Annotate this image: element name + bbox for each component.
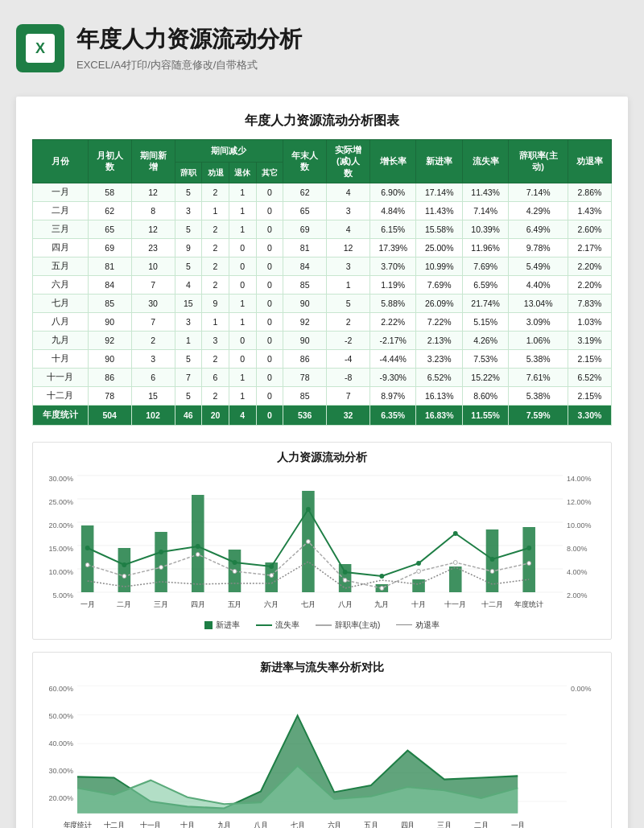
- svg-text:年度统计: 年度统计: [64, 821, 91, 828]
- table-cell: 90: [88, 349, 131, 368]
- col-new: 期间新增: [131, 140, 175, 183]
- col-decrease: 期间减少: [175, 140, 283, 163]
- table-row: 十二月781552108578.97%16.13%8.60%5.38%2.15%: [33, 386, 612, 405]
- table-cell: 2.15%: [568, 349, 612, 368]
- table-cell: 4: [327, 220, 370, 238]
- svg-text:八月: 八月: [338, 600, 353, 608]
- table-cell: 1: [229, 312, 256, 331]
- table-cell: 0: [256, 238, 283, 257]
- svg-rect-15: [192, 495, 204, 592]
- svg-point-40: [159, 565, 163, 569]
- chart1-title: 人力资源流动分析: [41, 451, 603, 465]
- svg-text:三月: 三月: [154, 600, 168, 608]
- table-cell: 12: [327, 238, 370, 257]
- table-cell: 2: [202, 220, 229, 238]
- svg-text:十月: 十月: [180, 821, 194, 828]
- legend-entry-rate: 新进率: [204, 620, 240, 631]
- table-cell: 86: [283, 349, 327, 368]
- table-cell: 7.83%: [568, 294, 612, 312]
- svg-point-47: [417, 569, 421, 573]
- table-cell: 3: [175, 201, 202, 220]
- chart2-svg: 年度统计 十二月 十一月 十月 九月 八月 七月 六月 五月 四月 三月 二月 …: [77, 682, 567, 828]
- svg-point-26: [122, 562, 126, 567]
- svg-text:三月: 三月: [437, 821, 451, 828]
- data-table: 月份 月初人数 期间新增 期间减少 年末人数 实际增(减)人数 增长率 新进率 …: [32, 139, 612, 426]
- table-cell: 1: [229, 220, 256, 238]
- table-row: 八月90731109222.22%7.22%5.15%3.09%1.03%: [33, 312, 612, 331]
- table-cell: 23: [131, 238, 175, 257]
- svg-text:四月: 四月: [191, 600, 205, 608]
- content-area: 年度人力资源流动分析图表 月份 月初人数 期间新增 期间减少 年末人数 实际增(…: [16, 97, 628, 828]
- table-cell: 85: [283, 275, 327, 294]
- table-cell: 12: [131, 183, 175, 201]
- table-cell: 7.61%: [509, 368, 568, 386]
- col-actual: 实际增(减)人数: [327, 140, 370, 183]
- table-cell: 0: [256, 275, 283, 294]
- svg-text:20.00%: 20.00%: [48, 521, 73, 529]
- svg-text:2.00%: 2.00%: [567, 591, 588, 599]
- table-cell: -2: [327, 331, 370, 349]
- table-total-row: 年度统计504102462040536326.35%16.83%11.55%7.…: [33, 405, 612, 425]
- table-cell: 2: [202, 183, 229, 201]
- svg-text:年度统计: 年度统计: [514, 600, 543, 608]
- table-cell: 0: [256, 220, 283, 238]
- table-cell: 六月: [33, 275, 89, 294]
- table-cell: 62: [88, 201, 131, 220]
- table-row: 五月811052008433.70%10.99%7.69%5.49%2.20%: [33, 257, 612, 275]
- table-cell: 1.43%: [568, 201, 612, 220]
- total-cell: 3.30%: [568, 405, 612, 425]
- total-cell: 0: [256, 405, 283, 425]
- col-loss: 流失率: [462, 140, 508, 183]
- table-cell: 8.60%: [462, 386, 508, 405]
- table-cell: 5: [175, 220, 202, 238]
- table-cell: 58: [88, 183, 131, 201]
- table-cell: 26.09%: [416, 294, 462, 312]
- table-cell: 2.22%: [370, 312, 416, 331]
- header: X 年度人力资源流动分析 EXCEL/A4打印/内容随意修改/自带格式: [16, 16, 628, 80]
- svg-text:五月: 五月: [228, 600, 242, 608]
- svg-text:60.00%: 60.00%: [48, 685, 73, 693]
- svg-point-44: [306, 539, 310, 543]
- svg-point-48: [453, 560, 457, 564]
- table-cell: 0: [256, 312, 283, 331]
- table-cell: 1: [202, 312, 229, 331]
- table-cell: 15: [175, 294, 202, 312]
- table-row: 一月581252106246.90%17.14%11.43%7.14%2.86%: [33, 183, 612, 201]
- total-cell: 6.35%: [370, 405, 416, 425]
- svg-point-39: [122, 574, 126, 578]
- table-cell: 4.26%: [462, 331, 508, 349]
- table-cell: 七月: [33, 294, 89, 312]
- col-growth: 增长率: [370, 140, 416, 183]
- table-cell: 9: [202, 294, 229, 312]
- svg-text:十一月: 十一月: [140, 821, 161, 828]
- svg-text:六月: 六月: [328, 821, 341, 828]
- table-cell: 5: [175, 386, 202, 405]
- table-cell: 1: [202, 201, 229, 220]
- table-cell: 0: [229, 238, 256, 257]
- col-month: 月份: [33, 140, 89, 183]
- col-resign: 辞职率(主动): [509, 140, 568, 183]
- table-cell: 九月: [33, 331, 89, 349]
- table-cell: 86: [88, 368, 131, 386]
- table-cell: 3.23%: [416, 349, 462, 368]
- table-cell: -2.17%: [370, 331, 416, 349]
- table-cell: 7.14%: [509, 183, 568, 201]
- svg-point-37: [526, 546, 531, 550]
- table-cell: 1.19%: [370, 275, 416, 294]
- svg-text:25.00%: 25.00%: [48, 498, 73, 506]
- chart2-container: 新进率与流失率分析对比 60.00% 50.00% 40.00% 30.00% …: [32, 652, 612, 828]
- table-row: 十一月866761078-8-9.30%6.52%15.22%7.61%6.52…: [33, 368, 612, 386]
- total-cell: 11.55%: [462, 405, 508, 425]
- table-cell: 3: [327, 257, 370, 275]
- table-cell: 15: [131, 386, 175, 405]
- table-cell: 15.22%: [462, 368, 508, 386]
- col-persuade-sub: 劝退: [202, 163, 229, 183]
- svg-point-30: [269, 564, 274, 569]
- legend-resign-rate: 辞职率(主动): [316, 620, 381, 631]
- table-cell: 3.70%: [370, 257, 416, 275]
- table-cell: 17.14%: [416, 183, 462, 201]
- table-cell: 十二月: [33, 386, 89, 405]
- svg-text:30.00%: 30.00%: [48, 767, 73, 775]
- table-cell: 0: [256, 183, 283, 201]
- table-row: 六月84742008511.19%7.69%6.59%4.40%2.20%: [33, 275, 612, 294]
